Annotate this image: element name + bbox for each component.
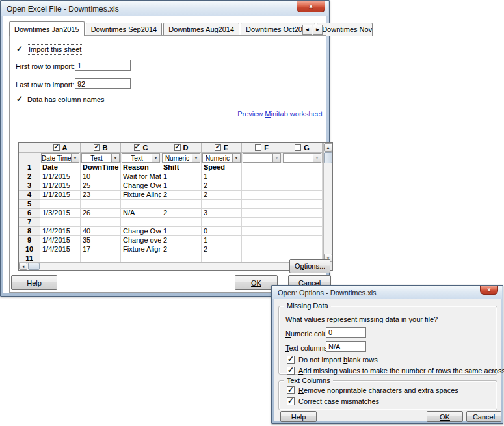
grid-cell[interactable]: 2 xyxy=(161,209,202,218)
numeric-columns-input[interactable] xyxy=(326,327,366,338)
tab-scroll-right-icon[interactable]: ► xyxy=(313,25,323,35)
grid-cell[interactable]: 1/1/2015 xyxy=(40,172,81,181)
column-type-dropdown[interactable]: Text▼ xyxy=(122,153,160,163)
chevron-down-icon[interactable]: ▼ xyxy=(232,154,240,162)
blank-rows-checkbox[interactable] xyxy=(287,356,295,364)
grid-cell[interactable] xyxy=(282,209,323,218)
grid-cell[interactable] xyxy=(40,218,81,227)
grid-cell[interactable]: N/A xyxy=(121,209,161,218)
grid-cell[interactable]: Fixture Align xyxy=(121,245,161,254)
grid-cell[interactable] xyxy=(242,181,282,191)
column-import-checkbox[interactable] xyxy=(94,144,100,151)
scroll-left-icon[interactable]: ◄ xyxy=(19,263,27,270)
column-import-checkbox[interactable] xyxy=(174,144,181,151)
column-type-dropdown[interactable]: ▼ xyxy=(243,153,281,163)
grid-cell[interactable]: 3 xyxy=(202,209,242,218)
grid-vertical-scrollbar[interactable]: ▲ ▼ xyxy=(323,143,332,262)
grid-cell[interactable] xyxy=(242,191,282,200)
grid-cell[interactable] xyxy=(282,181,323,191)
grid-cell[interactable] xyxy=(242,172,282,181)
grid-cell[interactable]: 1 xyxy=(161,227,202,236)
grid-cell[interactable] xyxy=(242,245,282,254)
grid-cell[interactable]: 1/4/2015 xyxy=(40,236,81,245)
grid-cell[interactable]: 23 xyxy=(81,191,121,200)
text-columns-input[interactable] xyxy=(326,341,366,352)
grid-cell[interactable]: 2 xyxy=(202,181,242,191)
column-import-checkbox[interactable] xyxy=(215,144,221,151)
tab-downtimes-aug2014[interactable]: Downtimes Aug2014 xyxy=(163,23,239,36)
import-sheet-checkbox[interactable] xyxy=(16,46,23,53)
grid-column-header-e[interactable]: E xyxy=(202,143,242,153)
grid-cell[interactable]: 1 xyxy=(161,172,202,181)
grid-cell[interactable]: DownTime xyxy=(81,163,121,172)
grid-cell[interactable] xyxy=(242,209,282,218)
grid-cell[interactable]: Change Over xyxy=(121,227,161,236)
chevron-down-icon[interactable]: ▼ xyxy=(272,154,280,162)
grid-cell[interactable] xyxy=(242,200,282,209)
column-type-dropdown[interactable]: Numeric▼ xyxy=(162,153,200,163)
grid-cell[interactable] xyxy=(242,218,282,227)
remove-nonprintable-checkbox[interactable] xyxy=(287,386,295,394)
tab-downtimes-sep2014[interactable]: Downtimes Sep2014 xyxy=(86,23,163,36)
grid-cell[interactable]: 10 xyxy=(81,172,121,181)
scroll-up-icon[interactable]: ▲ xyxy=(324,143,332,152)
tab-scroll-left-icon[interactable]: ◄ xyxy=(302,25,312,35)
grid-cell[interactable] xyxy=(242,227,282,236)
grid-cell[interactable] xyxy=(242,236,282,245)
grid-cell[interactable] xyxy=(81,218,121,227)
close-icon[interactable]: x xyxy=(480,286,498,295)
grid-column-header-a[interactable]: A xyxy=(40,143,81,153)
grid-cell[interactable]: 1/4/2015 xyxy=(40,227,81,236)
grid-cell[interactable] xyxy=(282,172,323,181)
help-button[interactable]: Help xyxy=(280,411,317,422)
preview-minitab-worksheet-link[interactable]: Preview Minitab worksheet xyxy=(237,110,323,118)
grid-column-header-f[interactable]: F xyxy=(242,143,282,153)
close-icon[interactable]: x xyxy=(297,1,325,12)
column-type-dropdown[interactable]: ▼ xyxy=(283,153,321,163)
grid-cell[interactable]: 35 xyxy=(81,236,121,245)
grid-horizontal-scrollbar[interactable]: ◄ ► xyxy=(19,262,323,270)
chevron-down-icon[interactable]: ▼ xyxy=(71,154,79,162)
column-type-dropdown[interactable]: Date Time▼ xyxy=(41,153,79,163)
column-type-dropdown[interactable]: Text▼ xyxy=(81,153,120,163)
grid-cell[interactable]: 2 xyxy=(202,245,242,254)
grid-column-header-b[interactable]: B xyxy=(81,143,121,153)
grid-cell[interactable]: 1/4/2015 xyxy=(40,245,81,254)
grid-cell[interactable]: Wait for Mate xyxy=(121,172,161,181)
tab-downtimes-jan2015[interactable]: Downtimes Jan2015 xyxy=(9,21,85,36)
grid-cell[interactable]: 1/1/2015 xyxy=(40,191,81,200)
grid-cell[interactable] xyxy=(282,163,323,172)
grid-cell[interactable]: 17 xyxy=(81,245,121,254)
grid-cell[interactable] xyxy=(81,200,121,209)
options-button[interactable]: Options... xyxy=(289,259,330,273)
grid-column-header-c[interactable]: C xyxy=(121,143,161,153)
grid-cell[interactable]: 1/3/2015 xyxy=(40,209,81,218)
grid-column-header-d[interactable]: D xyxy=(161,143,202,153)
column-import-checkbox[interactable] xyxy=(53,144,60,151)
grid-cell[interactable] xyxy=(161,200,202,209)
grid-cell[interactable] xyxy=(121,200,161,209)
grid-cell[interactable] xyxy=(282,191,323,200)
grid-cell[interactable]: 2 xyxy=(161,245,202,254)
column-names-checkbox[interactable] xyxy=(16,96,23,103)
add-missing-checkbox[interactable] xyxy=(287,367,295,375)
grid-cell[interactable]: Change Over xyxy=(121,181,161,191)
grid-cell[interactable]: 2 xyxy=(161,236,202,245)
grid-cell[interactable] xyxy=(40,200,81,209)
grid-column-header-g[interactable]: G xyxy=(282,143,323,153)
correct-case-checkbox[interactable] xyxy=(287,397,295,405)
column-import-checkbox[interactable] xyxy=(295,144,301,151)
column-type-dropdown[interactable]: Numeric▼ xyxy=(202,153,241,163)
grid-cell[interactable] xyxy=(282,236,323,245)
column-import-checkbox[interactable] xyxy=(255,144,261,151)
grid-cell[interactable]: 1 xyxy=(202,236,242,245)
grid-cell[interactable] xyxy=(282,218,323,227)
grid-cell[interactable]: Speed xyxy=(202,163,242,172)
chevron-down-icon[interactable]: ▼ xyxy=(111,154,119,162)
grid-cell[interactable]: Date xyxy=(40,163,81,172)
grid-cell[interactable] xyxy=(282,200,323,209)
grid-cell[interactable]: 1 xyxy=(202,172,242,181)
help-button[interactable]: Help xyxy=(11,275,57,290)
grid-cell[interactable]: 1 xyxy=(161,181,202,191)
first-row-input[interactable] xyxy=(75,60,131,71)
